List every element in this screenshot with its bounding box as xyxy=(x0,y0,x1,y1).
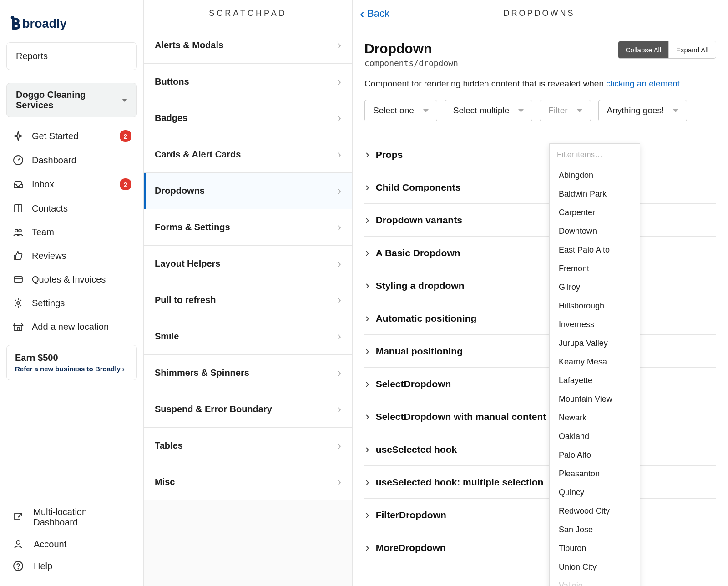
scratch-item-alerts-modals[interactable]: Alerts & Modals xyxy=(144,27,352,64)
section-manual-positioning[interactable]: Manual positioning xyxy=(364,335,716,368)
select-multiple-dropdown[interactable]: Select multiple xyxy=(445,100,533,121)
scratch-item-label: Tables xyxy=(155,440,183,451)
section-automatic-positioning[interactable]: Automatic positioning xyxy=(364,302,716,335)
section-moredropdown[interactable]: MoreDropdown xyxy=(364,531,716,564)
chevron-right-icon xyxy=(337,329,341,344)
scratch-item-label: Badges xyxy=(155,113,187,123)
scratch-item-tables[interactable]: Tables xyxy=(144,428,352,464)
bottom-nav-multi-location-dashboard[interactable]: Multi-location Dashboard xyxy=(6,501,137,533)
filter-option[interactable]: East Palo Alto xyxy=(550,241,640,259)
section-a-basic-dropdown[interactable]: A Basic Dropdown xyxy=(364,237,716,269)
svg-point-11 xyxy=(16,541,20,544)
filter-option[interactable]: Oakland xyxy=(550,427,640,446)
filter-option[interactable]: Jurupa Valley xyxy=(550,334,640,353)
scratch-item-buttons[interactable]: Buttons xyxy=(144,64,352,100)
bottom-nav: Multi-location DashboardAccountHelp xyxy=(6,501,137,577)
section-styling-a-dropdown[interactable]: Styling a dropdown xyxy=(364,269,716,302)
book-icon xyxy=(12,203,25,214)
scratch-item-pull-to-refresh[interactable]: Pull to refresh xyxy=(144,282,352,318)
filter-option[interactable]: Vallejo xyxy=(550,576,640,586)
filter-dropdown[interactable]: Filter xyxy=(540,100,591,121)
section-filterdropdown[interactable]: FilterDropdown xyxy=(364,499,716,531)
filter-option[interactable]: Pleasanton xyxy=(550,465,640,483)
filter-option[interactable]: Gilroy xyxy=(550,278,640,297)
detail-header-title: DROPDOWNS xyxy=(389,9,689,18)
select-one-dropdown[interactable]: Select one xyxy=(364,100,437,121)
nav-item-contacts[interactable]: Contacts xyxy=(6,197,137,220)
bottom-nav-account[interactable]: Account xyxy=(6,533,137,555)
scratch-item-label: Suspend & Error Boundary xyxy=(155,404,272,414)
filter-option[interactable]: Newark xyxy=(550,409,640,427)
location-name: Doggo Cleaning Services xyxy=(16,90,118,111)
section-selectdropdown[interactable]: SelectDropdown xyxy=(364,368,716,400)
scratch-item-cards-alert-cards[interactable]: Cards & Alert Cards xyxy=(144,136,352,173)
scratch-item-suspend-error-boundary[interactable]: Suspend & Error Boundary xyxy=(144,391,352,428)
filter-option[interactable]: Union City xyxy=(550,558,640,576)
nav-item-label: Settings xyxy=(32,298,131,308)
scratch-item-label: Layout Helpers xyxy=(155,258,220,269)
filter-option[interactable]: Downtown xyxy=(550,222,640,241)
filter-option[interactable]: Palo Alto xyxy=(550,446,640,465)
section-useselected-hook[interactable]: useSelected hook xyxy=(364,433,716,466)
nav-item-reviews[interactable]: Reviews xyxy=(6,244,137,268)
expand-all-button[interactable]: Expand All xyxy=(668,41,716,58)
chevron-right-icon xyxy=(337,257,341,271)
scratch-item-layout-helpers[interactable]: Layout Helpers xyxy=(144,246,352,282)
scratchpad-column: SCRATCHPAD Alerts & ModalsButtonsBadgesC… xyxy=(144,0,353,586)
filter-option[interactable]: Carpenter xyxy=(550,203,640,222)
filter-option[interactable]: Redwood City xyxy=(550,502,640,520)
chevron-down-icon xyxy=(577,109,582,112)
filter-option[interactable]: Kearny Mesa xyxy=(550,353,640,371)
nav-item-team[interactable]: Team xyxy=(6,220,137,244)
svg-rect-6 xyxy=(14,255,16,259)
nav-item-add-a-new-location[interactable]: Add a new location xyxy=(6,315,137,338)
anything-dropdown[interactable]: Anything goes! xyxy=(598,100,688,121)
chevron-down-icon xyxy=(122,99,127,102)
filter-option[interactable]: Abingdon xyxy=(550,166,640,185)
section-child-components[interactable]: Child Components xyxy=(364,171,716,204)
doc-sections: PropsChild ComponentsDropdown variantsA … xyxy=(364,138,716,564)
section-selectdropdown-with-manual-content[interactable]: SelectDropdown with manual content xyxy=(364,400,716,433)
section-useselected-hook-multiple-selection[interactable]: useSelected hook: multiple selection xyxy=(364,466,716,499)
nav-item-settings[interactable]: Settings xyxy=(6,291,137,315)
scratch-item-forms-settings[interactable]: Forms & Settings xyxy=(144,209,352,246)
filter-option[interactable]: Tiburon xyxy=(550,539,640,558)
scratch-item-smile[interactable]: Smile xyxy=(144,318,352,355)
nav-item-inbox[interactable]: Inbox2 xyxy=(6,172,137,197)
nav-badge: 2 xyxy=(120,178,131,190)
chevron-right-icon xyxy=(337,402,341,416)
filter-items-list: AbingdonBaldwin ParkCarpenterDowntownEas… xyxy=(550,166,640,586)
component-description: Component for rendering hidden content t… xyxy=(364,79,716,89)
svg-point-13 xyxy=(18,569,19,569)
filter-option[interactable]: Fremont xyxy=(550,259,640,278)
filter-option[interactable]: Inverness xyxy=(550,315,640,334)
filter-option[interactable]: Lafayette xyxy=(550,371,640,390)
scratch-item-shimmers-spinners[interactable]: Shimmers & Spinners xyxy=(144,355,352,391)
nav-item-quotes-invoices[interactable]: Quotes & Invoices xyxy=(6,268,137,291)
scratch-item-misc[interactable]: Misc xyxy=(144,464,352,500)
nav-item-get-started[interactable]: Get Started2 xyxy=(6,124,137,148)
back-button[interactable]: Back xyxy=(360,7,389,20)
description-link[interactable]: clicking an element xyxy=(606,79,680,88)
filter-option[interactable]: San Jose xyxy=(550,520,640,539)
earn-card[interactable]: Earn $500 Refer a new business to Broadl… xyxy=(6,345,137,380)
filter-option[interactable]: Quincy xyxy=(550,483,640,502)
filter-search-input[interactable] xyxy=(550,144,640,166)
bottom-nav-help[interactable]: Help xyxy=(6,555,137,577)
chevron-down-icon xyxy=(673,109,678,112)
location-selector[interactable]: Doggo Cleaning Services xyxy=(6,83,137,117)
collapse-all-button[interactable]: Collapse All xyxy=(618,41,668,58)
filter-option[interactable]: Hillsborough xyxy=(550,297,640,315)
section-dropdown-variants[interactable]: Dropdown variants xyxy=(364,204,716,237)
thumb-icon xyxy=(12,250,25,261)
section-props[interactable]: Props xyxy=(364,138,716,171)
filter-option[interactable]: Baldwin Park xyxy=(550,185,640,203)
gauge-icon xyxy=(12,155,25,166)
nav-item-dashboard[interactable]: Dashboard xyxy=(6,148,137,172)
scratch-item-dropdowns[interactable]: Dropdowns xyxy=(144,173,352,209)
svg-rect-7 xyxy=(14,277,22,282)
filter-option[interactable]: Mountain View xyxy=(550,390,640,409)
scratch-item-badges[interactable]: Badges xyxy=(144,100,352,136)
card-icon xyxy=(12,274,25,285)
reports-button[interactable]: Reports xyxy=(6,42,137,70)
